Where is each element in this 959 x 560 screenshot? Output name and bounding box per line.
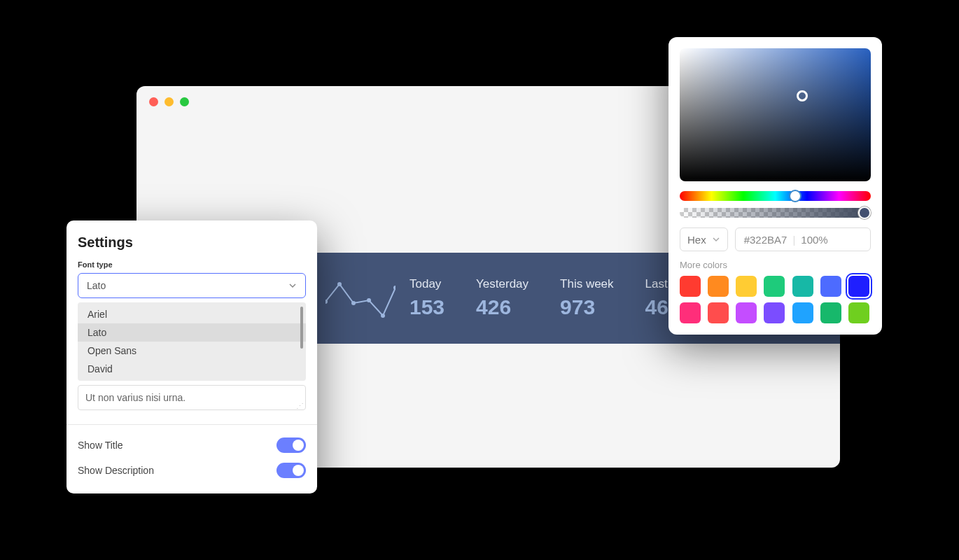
- font-option[interactable]: Ariel: [78, 305, 306, 323]
- stat-label: Yesterday: [476, 277, 528, 291]
- show-description-row: Show Description: [78, 463, 306, 478]
- font-dropdown: ArielLatoOpen SansDavid: [78, 302, 306, 381]
- color-swatch[interactable]: [820, 302, 841, 323]
- hue-thumb[interactable]: [789, 190, 802, 202]
- font-option[interactable]: Open Sans: [78, 342, 306, 360]
- color-swatch[interactable]: [736, 302, 757, 323]
- hue-slider[interactable]: [680, 191, 871, 201]
- color-swatch[interactable]: [708, 302, 729, 323]
- input-separator: |: [792, 234, 795, 246]
- color-swatch[interactable]: [848, 302, 869, 323]
- chevron-down-icon: [288, 281, 297, 290]
- color-swatch[interactable]: [764, 302, 785, 323]
- show-title-toggle[interactable]: [276, 438, 306, 453]
- color-format-select[interactable]: Hex: [680, 227, 728, 251]
- svg-point-5: [393, 286, 396, 290]
- window-zoom-icon[interactable]: [180, 97, 189, 106]
- color-swatch[interactable]: [680, 302, 701, 323]
- color-swatch[interactable]: [792, 276, 813, 297]
- stat-column: This week973: [560, 277, 614, 319]
- alpha-slider[interactable]: [680, 208, 871, 218]
- window-close-icon[interactable]: [149, 97, 158, 106]
- font-option[interactable]: Lato: [78, 323, 306, 342]
- sparkline-chart-icon: [326, 281, 396, 319]
- stat-value: 973: [560, 295, 614, 319]
- font-option[interactable]: David: [78, 360, 306, 378]
- stat-column: Yesterday426: [476, 277, 528, 319]
- stat-column: Today153: [410, 277, 444, 319]
- color-inputs: Hex #322BA7 | 100%: [680, 227, 871, 251]
- description-input-value: Ut non varius nisi urna.: [85, 392, 186, 403]
- description-input[interactable]: Ut non varius nisi urna. ⋰: [78, 385, 306, 410]
- hex-input[interactable]: #322BA7 | 100%: [735, 227, 871, 251]
- show-title-label: Show Title: [78, 440, 123, 451]
- color-swatch[interactable]: [792, 302, 813, 323]
- color-swatch[interactable]: [848, 276, 869, 297]
- color-swatch[interactable]: [680, 276, 701, 297]
- show-description-label: Show Description: [78, 465, 154, 476]
- svg-point-2: [351, 301, 356, 305]
- color-format-value: Hex: [687, 234, 706, 246]
- swatch-grid: [680, 276, 871, 323]
- svg-point-4: [381, 314, 385, 318]
- color-swatch[interactable]: [736, 276, 757, 297]
- color-cursor-icon[interactable]: [797, 90, 808, 102]
- color-swatch[interactable]: [708, 276, 729, 297]
- hex-value: #322BA7: [744, 234, 788, 246]
- font-type-label: Font type: [78, 260, 306, 269]
- color-swatch[interactable]: [820, 276, 841, 297]
- svg-point-1: [337, 282, 342, 286]
- show-title-row: Show Title: [78, 438, 306, 453]
- settings-title: Settings: [78, 234, 306, 251]
- font-select-value: Lato: [87, 280, 106, 291]
- show-description-toggle[interactable]: [276, 463, 306, 478]
- more-colors-label: More colors: [680, 260, 871, 270]
- svg-point-3: [367, 298, 371, 302]
- color-canvas[interactable]: [680, 48, 871, 181]
- stat-value: 153: [410, 295, 444, 319]
- alpha-thumb[interactable]: [858, 206, 871, 219]
- stat-label: This week: [560, 277, 614, 291]
- chevron-down-icon: [712, 235, 720, 244]
- resize-handle-icon[interactable]: ⋰: [296, 404, 304, 408]
- opacity-value: 100%: [801, 234, 827, 246]
- settings-panel: Settings Font type Lato ArielLatoOpen Sa…: [66, 220, 317, 493]
- stat-value: 426: [476, 295, 528, 319]
- divider: [66, 424, 317, 425]
- color-picker-panel: Hex #322BA7 | 100% More colors: [668, 37, 882, 335]
- stat-label: Today: [410, 277, 444, 291]
- font-select[interactable]: Lato: [78, 273, 306, 298]
- window-minimize-icon[interactable]: [164, 97, 174, 106]
- color-swatch[interactable]: [764, 276, 785, 297]
